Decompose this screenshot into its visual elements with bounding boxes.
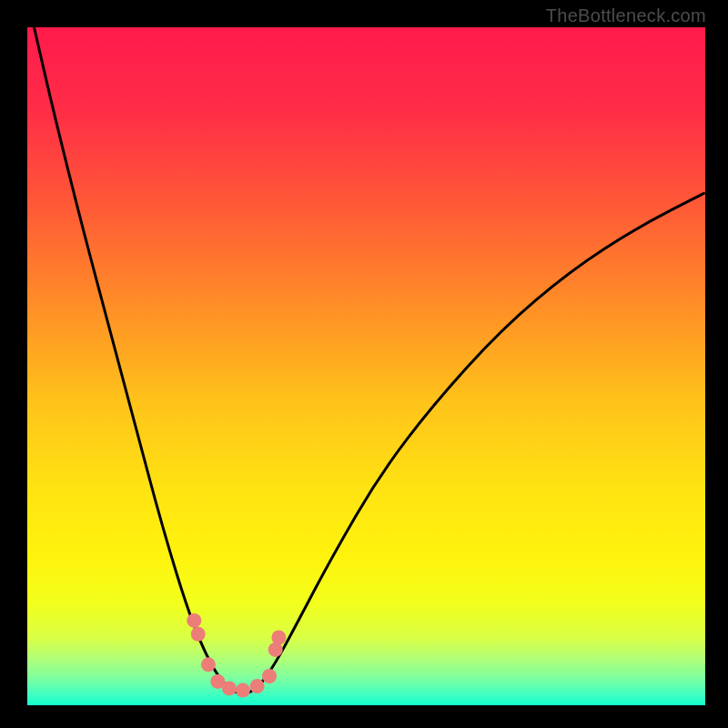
marker-point: [201, 657, 216, 672]
marker-group: [187, 613, 286, 698]
marker-point: [271, 631, 286, 645]
watermark-text: TheBottleneck.com: [546, 5, 706, 26]
marker-point: [187, 613, 201, 628]
marker-point: [222, 681, 237, 695]
bottleneck-curve: [34, 27, 703, 693]
marker-point: [236, 683, 250, 698]
marker-point: [268, 642, 283, 657]
marker-point: [191, 627, 206, 642]
curve-layer: [27, 27, 705, 705]
plot-area: [27, 27, 705, 705]
chart-container: TheBottleneck.com: [0, 0, 728, 728]
marker-point: [250, 679, 265, 693]
marker-point: [262, 669, 277, 683]
